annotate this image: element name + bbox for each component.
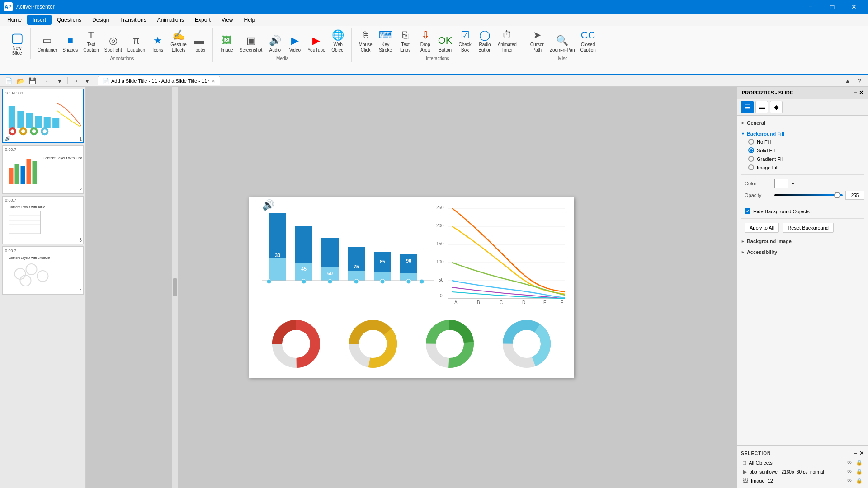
text-entry-button[interactable]: ⎘ TextEntry [396, 28, 415, 54]
redo-dropdown[interactable]: ▼ [82, 76, 92, 86]
color-swatch[interactable] [774, 179, 788, 188]
close-button[interactable]: ✕ [844, 0, 864, 14]
radio-button-button[interactable]: ◯ RadioButton [476, 28, 495, 54]
collapse-ribbon-button[interactable]: ▲ [843, 76, 853, 86]
container-button[interactable]: ▭ Container [35, 33, 59, 54]
bg-fill-section-title[interactable]: ▼ Background Fill [741, 130, 864, 137]
color-dropdown[interactable]: ▼ [791, 181, 795, 186]
spotlight-button[interactable]: ◎ Spotlight [102, 33, 124, 54]
slide-thumb-4[interactable]: 0:00.7 Content Layout with SmartArt 4 [2, 246, 84, 295]
props-tab-properties[interactable]: ☰ [741, 101, 754, 113]
audio-button[interactable]: 🔊 Audio [265, 33, 284, 54]
opacity-value[interactable] [845, 191, 864, 200]
ribbon-group-slide: ▢ NewSlide [4, 28, 31, 59]
equation-button[interactable]: π Equation [125, 33, 147, 54]
section-background-image: ► Background Image [741, 238, 864, 245]
drop-area-button[interactable]: ⇩ DropArea [416, 28, 435, 54]
annotations-label: Annotations [110, 56, 134, 61]
image-fill-radio[interactable] [748, 164, 754, 170]
zoom-n-pan-button[interactable]: 🔍 Zoom-n-Pan [547, 33, 577, 54]
accessibility-section-title[interactable]: ► Accessibility [741, 249, 864, 256]
button-button[interactable]: OK Button [436, 33, 455, 54]
save-button[interactable]: 💾 [27, 76, 37, 86]
gradient-fill-radio[interactable] [748, 156, 754, 162]
video-button[interactable]: ▶ Video [285, 33, 304, 54]
donut-charts [262, 317, 570, 371]
new-file-button[interactable]: 📄 [4, 76, 14, 86]
icons-button[interactable]: ★ Icons [148, 33, 167, 54]
youtube-button[interactable]: ▶ YouTube [305, 33, 327, 54]
props-tab-size[interactable]: ▬ [755, 101, 768, 113]
slide-thumb-1[interactable]: 10:34.333 [2, 89, 84, 143]
props-close-btn[interactable]: ✕ [859, 89, 863, 96]
key-stroke-button[interactable]: ⌨ KeyStroke [376, 28, 395, 54]
web-object-button[interactable]: 🌐 WebObject [329, 28, 348, 54]
doc-tab-close[interactable]: ✕ [212, 79, 215, 84]
image-fill-row: Image Fill [741, 163, 864, 172]
svg-text:0: 0 [440, 293, 443, 298]
all-objects-lock[interactable]: 🔒 [856, 460, 863, 466]
minimize-button[interactable]: − [800, 0, 821, 14]
menu-animations[interactable]: Animations [152, 15, 189, 25]
svg-text:60: 60 [327, 271, 333, 276]
animated-timer-button[interactable]: ⏱ AnimatedTimer [495, 28, 519, 54]
cursor-path-button[interactable]: ➤ CursorPath [528, 28, 547, 54]
mouse-click-button[interactable]: 🖰 MouseClick [356, 28, 375, 54]
solid-fill-radio[interactable] [748, 147, 754, 153]
image-12-eye[interactable]: 👁 [847, 478, 852, 484]
svg-point-74 [283, 331, 309, 357]
svg-text:E: E [543, 300, 547, 305]
menu-view[interactable]: View [216, 15, 239, 25]
bbb-sunflower-eye[interactable]: 👁 [847, 469, 852, 475]
text-caption-button[interactable]: T TextCaption [81, 28, 101, 54]
menu-help[interactable]: Help [239, 15, 261, 25]
no-fill-radio[interactable] [748, 139, 754, 145]
new-slide-button[interactable]: ▢ NewSlide [8, 28, 26, 57]
left-scroll[interactable] [172, 87, 178, 488]
image-button[interactable]: 🖼 Image [217, 33, 236, 54]
screenshot-button[interactable]: ▣ Screenshot [237, 33, 265, 54]
undo-button[interactable]: ← [43, 76, 53, 86]
sel-image-12[interactable]: 🖼 Image_12 👁 🔒 [741, 476, 864, 485]
bg-fill-arrow: ▼ [741, 131, 745, 136]
opacity-slider[interactable] [774, 194, 843, 196]
menu-transitions[interactable]: Transitions [114, 15, 151, 25]
redo-button[interactable]: → [71, 76, 80, 86]
general-section-title[interactable]: ► General [741, 119, 864, 127]
footer-button[interactable]: ▬ Footer [190, 33, 209, 54]
slide-thumb-2[interactable]: 0:00.7 Content Layout with Chart 2 [2, 145, 84, 194]
menu-export[interactable]: Export [189, 15, 216, 25]
shapes-button[interactable]: ■ Shapes [60, 33, 80, 54]
bg-image-section-title[interactable]: ► Background Image [741, 238, 864, 245]
svg-text:A: A [454, 300, 458, 305]
menu-design[interactable]: Design [87, 15, 114, 25]
props-collapse-btn[interactable]: − [854, 89, 857, 96]
doc-tab[interactable]: 📄 Add a Slide Title - 11 - Add a Slide T… [98, 76, 220, 85]
sel-all-objects[interactable]: □ All Objects 👁 🔒 [741, 458, 864, 467]
image-12-lock[interactable]: 🔒 [856, 478, 863, 484]
closed-caption-button[interactable]: CC ClosedCaption [578, 28, 598, 54]
sel-bbb-sunflower[interactable]: ▶ bbb_sunflower_2160p_60fps_normal 👁 🔒 [741, 467, 864, 476]
opacity-label: Opacity [745, 192, 772, 198]
props-tab-style[interactable]: ◆ [770, 101, 783, 113]
menu-insert[interactable]: Insert [27, 15, 52, 25]
menu-questions[interactable]: Questions [52, 15, 87, 25]
sel-close-btn[interactable]: ✕ [859, 450, 864, 456]
open-file-button[interactable]: 📂 [15, 76, 25, 86]
undo-dropdown[interactable]: ▼ [55, 76, 65, 86]
restore-button[interactable]: ◻ [822, 0, 843, 14]
hide-bg-checkbox[interactable]: ✓ [745, 208, 750, 214]
check-box-button[interactable]: ☑ CheckBox [456, 28, 475, 54]
gesture-effects-button[interactable]: ✍ GestureEffects [168, 28, 189, 54]
sel-collapse-btn[interactable]: − [854, 450, 858, 456]
opacity-thumb[interactable] [834, 192, 840, 198]
all-objects-eye[interactable]: 👁 [847, 460, 852, 466]
apply-all-button[interactable]: Apply to All [745, 223, 779, 233]
slide-thumb-3[interactable]: 0:00.7 Content Layout with Table 3 [2, 196, 84, 244]
help-button[interactable]: ? [854, 76, 864, 86]
bbb-sunflower-lock[interactable]: 🔒 [856, 469, 863, 475]
reset-bg-button[interactable]: Reset Background [783, 223, 834, 233]
menu-home[interactable]: Home [2, 15, 27, 25]
slide-3-preview: Content Layout with Table [4, 203, 82, 243]
svg-rect-12 [21, 166, 25, 184]
